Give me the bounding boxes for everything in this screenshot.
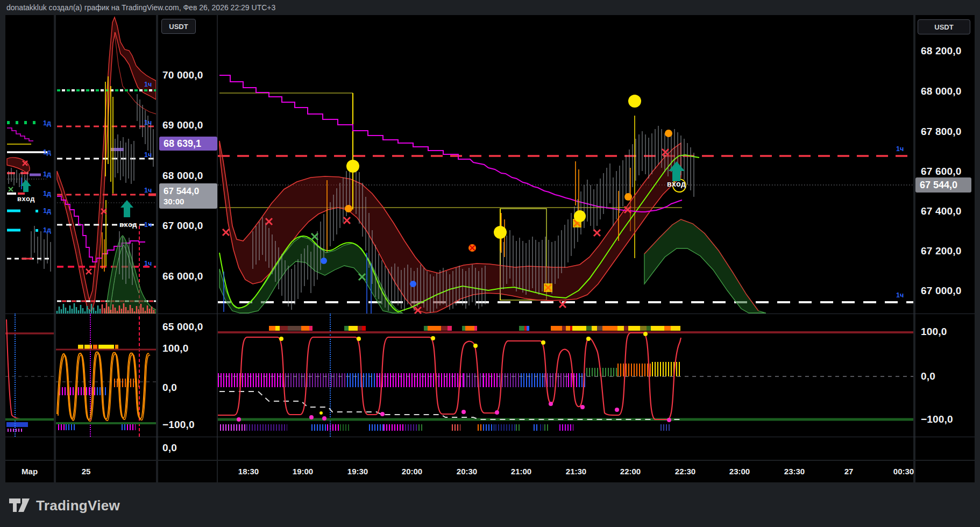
axis-time-label: 22:30 [675,467,695,476]
last-price-badge: 68 639,1 [159,137,217,151]
axis-time-label: 19:30 [347,467,368,476]
axis-time-label: 23:30 [784,467,805,476]
left-scale-currency-button[interactable]: USDT [161,19,196,34]
tf-badge-1d: 1д [43,119,51,127]
price-tick: 66 000,0 [162,270,203,282]
tf-badge-1h: 1ч [144,260,152,267]
tf-badge-1d: 1д [43,207,51,215]
time-axis-spacer [158,461,217,482]
tf-badge-1h: 1ч [144,81,152,88]
countdown-badge: 67 544,0 30:00 [159,183,217,209]
price-tick: 67 200,0 [921,245,962,257]
tradingview-logo[interactable]: TradingView [9,497,120,514]
osc-tick: 0,0 [162,442,177,454]
axis-time-label: 19:00 [293,467,313,476]
mini-chart-daily[interactable] [5,15,54,460]
price-tick: 65 000,0 [162,321,203,333]
entry-marker-label: вход [667,180,686,188]
tf-badge-1d: 1д [43,148,51,156]
tradingview-window: donatakkluk создал(а) график на TradingV… [0,0,980,527]
session-line [139,226,140,437]
axis-time-label: 00:30 [893,467,914,476]
pane-divider[interactable] [5,437,975,437]
axis-day-label: 25 [82,467,91,476]
time-axis-hourly[interactable]: 25 [56,461,156,482]
price-tick: 70 000,0 [162,69,203,81]
osc-tick: 0,0 [162,382,177,394]
crosshair-line [330,314,331,437]
time-axis-corner [915,461,975,482]
main-chart[interactable] [218,15,913,460]
axis-time-label: 21:30 [566,467,586,476]
time-axis-main[interactable]: 18:30 19:00 19:30 20:00 20:30 21:00 21:3… [218,461,913,482]
entry-marker-label: вход [17,195,35,203]
axis-time-label: 20:00 [402,467,422,476]
price-tick: 68 000,0 [921,86,962,97]
tradingview-logo-icon [9,498,31,514]
right-scale-currency-button[interactable]: USDT [918,19,970,34]
axis-time-label: 18:30 [238,467,259,476]
pane-divider[interactable] [5,314,975,314]
bar-countdown: 30:00 [164,197,217,207]
axis-time-label: 23:00 [729,467,750,476]
tf-badge-1d: 1д [43,170,51,178]
tradingview-logo-text: TradingView [36,497,120,514]
entry-marker-label: вход [119,220,137,229]
right-price-scale[interactable] [915,15,975,460]
price-tick: 69 000,0 [162,119,203,131]
axis-time-label: 22:00 [620,467,641,476]
osc-tick: −100,0 [921,414,953,425]
tf-badge-1h: 1ч [896,291,904,299]
price-tick: 68 200,0 [921,45,962,57]
axis-time-label: 21:00 [511,467,531,476]
crosshair-line [90,314,91,437]
last-price-badge: 67 544,0 [915,177,971,193]
osc-tick: 0,0 [921,371,935,382]
crosshair-line [15,314,16,437]
price-tick: 67 000,0 [921,285,962,297]
axis-time-label: 20:30 [457,467,477,476]
price-tick: 67 000,0 [162,220,203,232]
osc-tick: 100,0 [162,343,189,354]
axis-month-label: Мар [22,467,38,476]
tf-badge-1h: 1ч [144,151,152,159]
price-tick: 67 600,0 [921,166,962,177]
tf-badge-1h: 1ч [144,221,152,229]
tf-badge-1h: 1ч [896,145,904,153]
chart-attribution: donatakkluk создал(а) график на TradingV… [6,3,275,12]
time-axis-daily[interactable]: Мар [5,461,54,482]
tf-badge-1d: 1д [43,190,51,197]
tf-badge-1h: 1ч [144,119,152,126]
price-tick: 68 000,0 [162,170,203,182]
axis-day-label: 27 [844,467,854,476]
tf-badge-1h: 1ч [144,187,152,194]
osc-tick: 100,0 [921,326,947,338]
price-tick: 67 400,0 [921,205,962,217]
osc-tick: −100,0 [162,419,195,431]
price-tick: 67 800,0 [921,126,962,138]
tf-badge-1d: 1д [43,226,51,234]
